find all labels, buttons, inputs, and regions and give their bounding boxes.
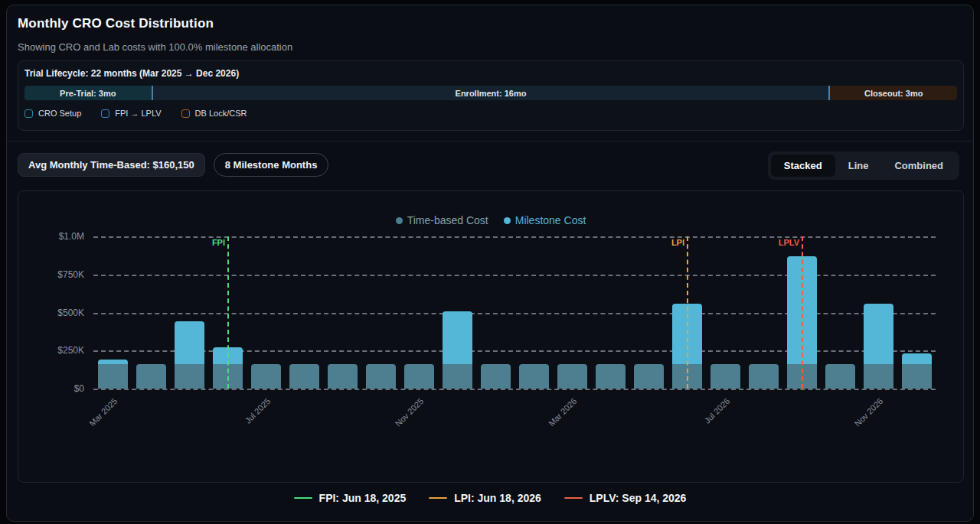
- time-based-segment: [710, 364, 740, 389]
- section-divider: [7, 141, 973, 142]
- line-swatch-icon: [294, 497, 312, 500]
- y-axis-tick-label: $750K: [18, 269, 84, 280]
- bar-may-2025[interactable]: [170, 236, 208, 389]
- milestone-segment: [864, 304, 893, 365]
- time-based-segment: [481, 364, 511, 389]
- time-based-segment: [825, 364, 855, 389]
- plot-area: FPILPILPLV: [93, 236, 936, 389]
- legend-label: DB Lock/CSR: [195, 109, 247, 118]
- milestone-date-legend: FPI: Jun 18, 2025LPI: Jun 18, 2026LPLV: …: [7, 492, 973, 504]
- series-legend-item: Milestone Cost: [504, 214, 586, 226]
- bar-nov-2025[interactable]: [400, 236, 438, 389]
- legend-label: FPI → LPLV: [115, 109, 161, 118]
- y-axis-tick-label: $500K: [18, 308, 84, 318]
- time-based-segment: [443, 364, 472, 389]
- bar-may-2026[interactable]: [629, 236, 668, 389]
- stats-row: Avg Monthly Time-Based: $160,150 8 Miles…: [18, 153, 328, 177]
- lifecycle-legend-item: FPI → LPLV: [101, 109, 161, 118]
- view-toggle-line[interactable]: Line: [835, 155, 882, 177]
- time-based-segment: [557, 364, 587, 389]
- view-toggle-stacked[interactable]: Stacked: [771, 155, 835, 177]
- series-label: Time-based Cost: [407, 214, 488, 226]
- bar-apr-2025[interactable]: [132, 236, 170, 389]
- time-based-segment: [289, 364, 319, 389]
- legend-swatch-icon: [181, 109, 190, 118]
- bar-oct-2025[interactable]: [361, 236, 400, 389]
- view-toggle-combined[interactable]: Combined: [881, 155, 956, 177]
- time-based-segment: [251, 364, 281, 389]
- time-based-segment: [749, 364, 779, 389]
- x-axis-tick-label: Mar 2025: [87, 396, 119, 428]
- lpi-date-legend-item: LPI: Jun 18, 2026: [429, 492, 541, 504]
- lifecycle-legend: CRO SetupFPI → LPLVDB Lock/CSR: [24, 109, 957, 118]
- bar-jul-2026[interactable]: [706, 236, 744, 389]
- time-based-segment: [98, 364, 128, 389]
- milestone-segment: [175, 321, 204, 364]
- bar-aug-2026[interactable]: [744, 236, 782, 389]
- time-based-segment: [634, 364, 664, 389]
- lplv-milestone-label: LPLV: [779, 238, 799, 247]
- bar-sep-2025[interactable]: [323, 236, 361, 389]
- legend-label: CRO Setup: [38, 109, 81, 118]
- bar-apr-2026[interactable]: [591, 236, 629, 389]
- chart-view-toggle: StackedLineCombined: [768, 151, 959, 180]
- page-title: Monthly CRO Cost Distribution: [18, 16, 214, 31]
- series-dot-icon: [396, 217, 403, 224]
- time-based-segment: [404, 364, 434, 389]
- main-card: Monthly CRO Cost Distribution Showing CR…: [6, 5, 974, 522]
- legend-swatch-icon: [24, 109, 33, 118]
- series-legend-item: Time-based Cost: [396, 214, 488, 226]
- line-swatch-icon: [564, 497, 583, 500]
- lplv-date-legend-item: LPLV: Sep 14, 2026: [564, 492, 687, 504]
- bar-mar-2025[interactable]: [93, 236, 132, 389]
- x-axis-tick-label: Mar 2026: [547, 396, 578, 428]
- lpi-milestone-line: LPI: [687, 236, 688, 389]
- y-axis-tick-label: $1.0M: [18, 231, 84, 242]
- lifecycle-segment: Enrollment: 16mo: [153, 86, 831, 100]
- bar-mar-2026[interactable]: [553, 236, 591, 389]
- page-subtitle: Showing CRO and Lab costs with 100.0% mi…: [18, 41, 292, 53]
- time-based-segment: [328, 364, 358, 389]
- avg-monthly-badge: Avg Monthly Time-Based: $160,150: [18, 153, 205, 177]
- bar-dec-2026[interactable]: [897, 236, 936, 389]
- lifecycle-segment: Pre-Trial: 3mo: [24, 86, 153, 100]
- time-based-segment: [864, 364, 893, 389]
- bar-jul-2025[interactable]: [247, 236, 285, 389]
- lifecycle-timeline-bar: Pre-Trial: 3moEnrollment: 16moCloseout: …: [24, 86, 957, 100]
- bar-jan-2026[interactable]: [476, 236, 514, 389]
- bar-aug-2025[interactable]: [285, 236, 323, 389]
- lifecycle-legend-item: DB Lock/CSR: [181, 109, 247, 118]
- lplv-milestone-line: LPLV: [802, 236, 803, 389]
- milestone-months-badge: 8 Milestone Months: [214, 153, 329, 177]
- y-axis-tick-label: $250K: [18, 345, 84, 356]
- lifecycle-title: Trial Lifecycle: 22 months (Mar 2025 → D…: [24, 68, 957, 79]
- time-based-segment: [136, 364, 166, 389]
- lifecycle-segment: Closeout: 3mo: [830, 86, 957, 100]
- milestone-segment: [98, 360, 128, 364]
- bar-dec-2025[interactable]: [438, 236, 476, 389]
- bar-feb-2026[interactable]: [514, 236, 553, 389]
- lifecycle-legend-item: CRO Setup: [24, 109, 81, 118]
- time-based-segment: [596, 364, 626, 389]
- bar-nov-2026[interactable]: [859, 236, 897, 389]
- y-axis-tick-label: $0: [18, 383, 84, 394]
- fpi-milestone-label: FPI: [212, 238, 225, 247]
- x-axis-tick-label: Jul 2025: [243, 396, 273, 425]
- milestone-date-label: LPLV: Sep 14, 2026: [590, 492, 687, 504]
- time-based-segment: [902, 364, 932, 389]
- series-dot-icon: [504, 217, 511, 224]
- bar-oct-2026[interactable]: [821, 236, 859, 389]
- line-swatch-icon: [429, 497, 447, 500]
- series-label: Milestone Cost: [515, 214, 586, 226]
- time-based-segment: [366, 364, 396, 389]
- x-axis-tick-label: Jul 2026: [703, 396, 732, 425]
- trial-lifecycle-panel: Trial Lifecycle: 22 months (Mar 2025 → D…: [18, 60, 964, 131]
- x-axis-tick-label: Nov 2026: [853, 396, 885, 428]
- time-based-segment: [519, 364, 549, 389]
- x-axis-tick-label: Nov 2025: [394, 396, 426, 428]
- milestone-date-label: LPI: Jun 18, 2026: [454, 492, 541, 504]
- chart-series-legend: Time-based CostMilestone Cost: [18, 214, 963, 226]
- milestone-segment: [902, 353, 932, 364]
- chart-panel: Time-based CostMilestone Cost FPILPILPLV…: [18, 190, 964, 483]
- gridline: [93, 389, 936, 390]
